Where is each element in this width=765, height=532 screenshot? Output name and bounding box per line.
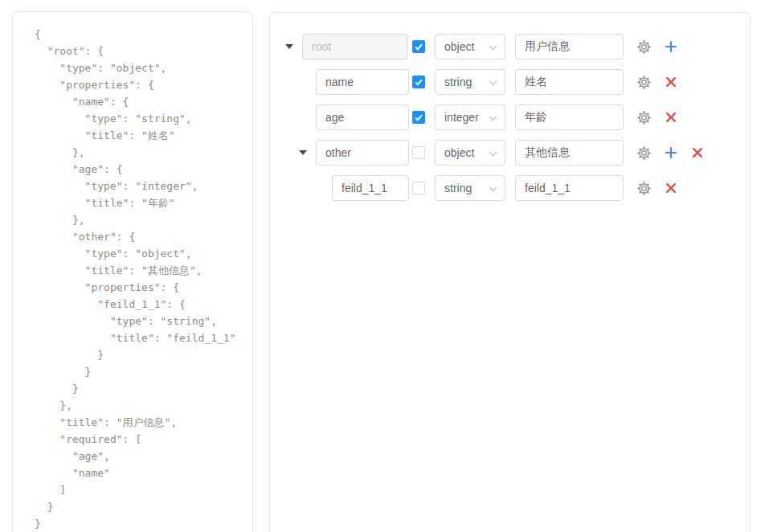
field-name-input[interactable] [302, 34, 408, 59]
chevron-down-icon [489, 80, 497, 86]
required-checkbox[interactable] [412, 40, 425, 53]
type-select-value: string [444, 182, 472, 194]
field-name-input[interactable] [332, 175, 409, 201]
type-select[interactable]: string [435, 175, 505, 201]
settings-gear-icon[interactable] [637, 146, 651, 160]
delete-row-x-icon[interactable] [690, 146, 704, 160]
json-preview-text: { "root": { "type": "object", "propertie… [13, 12, 252, 532]
type-select[interactable]: integer [435, 104, 505, 130]
check-icon [414, 77, 423, 87]
field-title-input[interactable] [515, 104, 624, 130]
chevron-down-icon [489, 186, 497, 192]
required-checkbox[interactable] [412, 76, 425, 88]
delete-row-x-icon[interactable] [664, 182, 677, 195]
json-preview-panel: { "root": { "type": "object", "propertie… [12, 11, 253, 532]
settings-gear-icon[interactable] [637, 182, 651, 195]
schema-row-age: integer [270, 104, 750, 130]
schema-row-feild-1-1: string [270, 175, 750, 201]
chevron-down-icon [489, 45, 497, 51]
field-title-input[interactable] [515, 140, 624, 166]
field-name-input[interactable] [316, 69, 409, 95]
schema-row-name: string [270, 69, 750, 95]
check-icon [414, 42, 423, 51]
type-select-value: string [444, 76, 472, 88]
collapse-caret-icon[interactable] [285, 44, 293, 49]
field-name-input[interactable] [316, 140, 409, 166]
settings-gear-icon[interactable] [637, 111, 651, 125]
required-checkbox[interactable] [412, 146, 425, 159]
field-title-input[interactable] [515, 175, 624, 201]
type-select-value: object [444, 40, 474, 53]
type-select[interactable]: object [435, 34, 505, 59]
check-icon [414, 113, 423, 122]
field-name-input[interactable] [316, 104, 409, 130]
required-checkbox[interactable] [412, 111, 425, 124]
schema-row-root: object [270, 34, 750, 59]
type-select[interactable]: string [435, 69, 505, 95]
type-select[interactable]: object [435, 140, 505, 166]
chevron-down-icon [489, 116, 497, 121]
settings-gear-icon[interactable] [637, 40, 651, 54]
add-child-plus-icon[interactable] [664, 40, 677, 54]
type-select-value: integer [444, 111, 479, 124]
type-select-value: object [444, 146, 474, 159]
add-child-plus-icon[interactable] [664, 146, 677, 160]
schema-editor-panel: object [269, 12, 751, 532]
delete-row-x-icon[interactable] [664, 76, 677, 89]
delete-row-x-icon[interactable] [664, 111, 677, 125]
schema-row-other: object [270, 140, 750, 166]
collapse-caret-icon[interactable] [299, 150, 307, 155]
field-title-input[interactable] [515, 69, 624, 95]
chevron-down-icon [489, 151, 497, 157]
required-checkbox[interactable] [412, 182, 425, 194]
field-title-input[interactable] [515, 34, 624, 59]
settings-gear-icon[interactable] [637, 76, 651, 89]
